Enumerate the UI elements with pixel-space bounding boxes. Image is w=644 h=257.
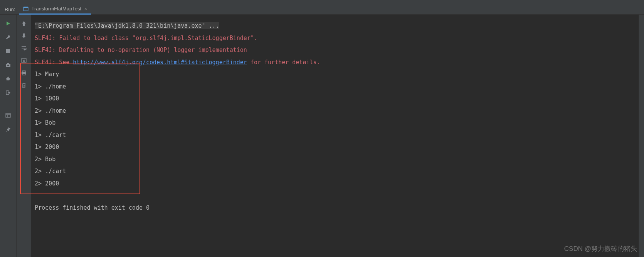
output-line: 1> 1000 (35, 93, 635, 105)
svg-rect-20 (22, 84, 25, 87)
output-line: 2> Bob (35, 154, 635, 166)
output-line: 1> 2000 (35, 141, 635, 154)
print-icon[interactable] (20, 69, 27, 76)
divider (3, 104, 13, 104)
right-gutter (16, 15, 31, 257)
run-config-icon (23, 6, 29, 12)
scrollbar-gutter[interactable] (639, 15, 644, 257)
rerun-icon[interactable] (5, 20, 12, 27)
svg-point-5 (7, 65, 9, 66)
layout-icon[interactable] (5, 112, 12, 119)
output-line: 1> ./cart (35, 129, 635, 142)
svg-rect-13 (6, 113, 10, 117)
soft-wrap-icon[interactable] (20, 45, 27, 52)
svg-rect-17 (22, 71, 25, 72)
main-area: "E:\Program Files\Java\jdk1.8.0_321\bin\… (0, 15, 644, 257)
output-line: 2> ./cart (35, 165, 635, 178)
exit-icon[interactable] (5, 89, 12, 96)
left-gutter (0, 15, 16, 257)
output-line: 1> ./home (35, 81, 635, 93)
svg-line-10 (6, 80, 7, 80)
output-line: 1> Bob (35, 117, 635, 129)
tab-label: TransformFlatMapTest (31, 6, 81, 12)
watermark: CSDN @努力搬砖的猪头 (564, 244, 637, 253)
svg-line-11 (9, 80, 10, 80)
slf4j-link[interactable]: http://www.slf4j.org/codes.html#StaticLo… (73, 59, 247, 66)
svg-rect-4 (7, 63, 9, 64)
svg-line-9 (9, 78, 10, 78)
exit-line: Process finished with exit code 0 (35, 202, 635, 214)
slf4j-error-3: SLF4J: See http://www.slf4j.org/codes.ht… (35, 57, 635, 69)
cmd-line: "E:\Program Files\Java\jdk1.8.0_321\bin\… (35, 20, 635, 32)
console-output[interactable]: "E:\Program Files\Java\jdk1.8.0_321\bin\… (31, 15, 639, 257)
close-tab-icon[interactable]: ✕ (84, 6, 87, 11)
svg-rect-2 (6, 49, 10, 53)
pin-icon[interactable] (5, 126, 12, 133)
wrench-icon[interactable] (5, 34, 12, 41)
arrow-down-icon[interactable] (20, 32, 27, 39)
output-line: 2> 2000 (35, 178, 635, 190)
stop-icon[interactable] (5, 48, 12, 55)
svg-rect-1 (24, 7, 28, 8)
clear-icon[interactable] (20, 82, 27, 88)
svg-point-6 (7, 77, 10, 80)
bug-icon[interactable] (5, 75, 12, 82)
code-strip (0, 0, 644, 4)
svg-line-8 (6, 78, 7, 78)
slf4j-error-2: SLF4J: Defaulting to no-operation (NOP) … (35, 44, 635, 57)
run-tab[interactable]: TransformFlatMapTest ✕ (19, 4, 91, 15)
scroll-to-end-icon[interactable] (20, 57, 27, 64)
blank-line (35, 190, 635, 202)
run-tool-header: Run: TransformFlatMapTest ✕ (0, 4, 644, 15)
run-label: Run: (0, 7, 19, 12)
output-line: 2> ./home (35, 105, 635, 117)
camera-icon[interactable] (5, 62, 12, 68)
slf4j-error-1: SLF4J: Failed to load class "org.slf4j.i… (35, 32, 635, 45)
arrow-up-icon[interactable] (20, 20, 27, 27)
output-line: 1> Mary (35, 68, 635, 81)
